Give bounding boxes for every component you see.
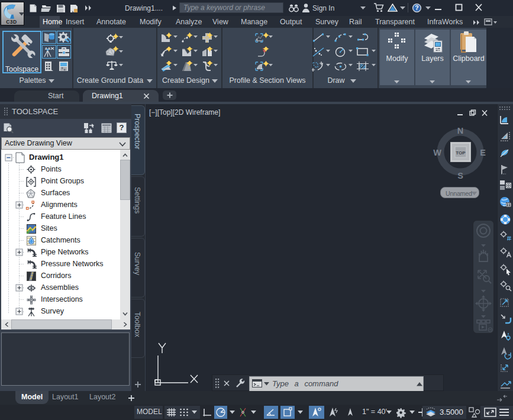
svg-text:N: N	[457, 126, 463, 135]
svg-text:S: S	[457, 171, 463, 180]
svg-text:TOP: TOP	[456, 150, 466, 156]
svg-text:E: E	[480, 148, 486, 157]
svg-text:W: W	[433, 148, 441, 157]
svg-text:?: ?	[415, 4, 418, 11]
svg-text:C3D: C3D	[6, 19, 17, 25]
